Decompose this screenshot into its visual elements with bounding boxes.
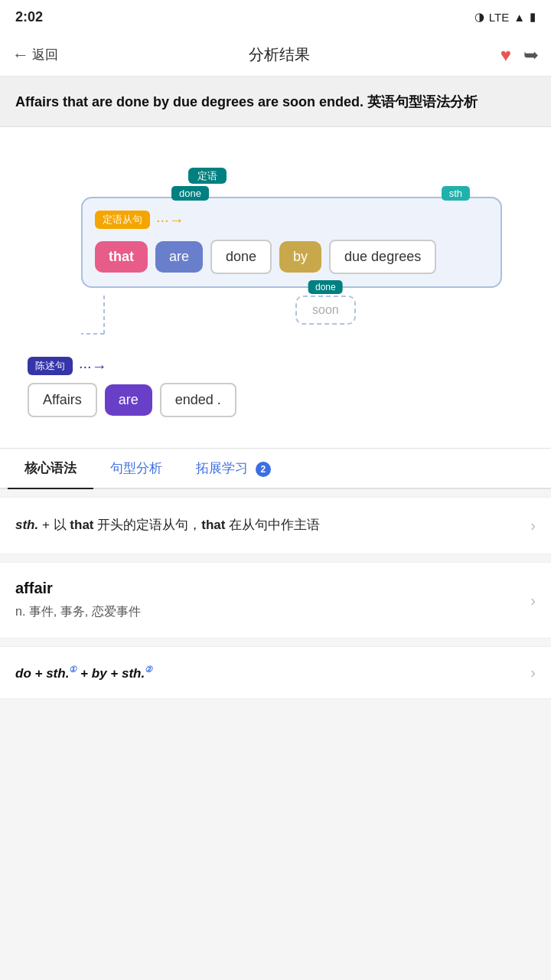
expand-badge: 2 [256,462,271,477]
tab-core-grammar[interactable]: 核心语法 [8,449,93,488]
soon-box: soon [295,296,356,325]
relative-clause-box: done sth 定语从句 ···→ that are done by due … [81,197,502,288]
share-icon[interactable]: ➥ [523,44,539,66]
formula-card-chevron: › [530,664,536,681]
formula-card[interactable]: do + sth.① + by + sth.② › [0,646,551,699]
word-are-rc[interactable]: are [155,241,203,273]
word-by[interactable]: by [279,241,321,273]
word-are-main[interactable]: are [105,384,152,416]
relative-clause-tag: 定语从句 [95,211,150,229]
main-words-row: Affairs are ended . [28,383,531,417]
word-done-rc[interactable]: done [210,240,272,274]
connector-svg [81,296,127,349]
tab-sentence-analysis[interactable]: 句型分析 [93,449,179,488]
top-nav: ← 返回 分析结果 ♥ ➥ [0,34,551,77]
formula-text: do + sth.① + by + sth.② [15,665,152,681]
grammar-card[interactable]: sth. + 以 that 开头的定语从句，that 在从句中作主语 › [0,497,551,554]
back-arrow-icon: ← [12,45,29,65]
grammar-card-text: sth. + 以 that 开头的定语从句，that 在从句中作主语 [15,514,523,537]
word-affairs[interactable]: Affairs [28,383,97,417]
statement-tag: 陈述句 [28,357,73,375]
grammar-card-chevron: › [530,517,536,534]
word-ended[interactable]: ended . [160,383,236,417]
sentence-header: Affairs that are done by due degrees are… [0,77,551,127]
done-label-1: done [171,186,209,201]
status-bar: 2:02 ◑ LTE ▲ ▮ [0,0,551,34]
signal-icon: ▲ [514,11,525,24]
word-card-chevron: › [530,592,536,609]
statement-arrow-icon: ···→ [79,358,107,375]
tabs-bar: 核心语法 句型分析 拓展学习 2 [0,449,551,489]
sth-label: sth [442,186,470,201]
lte-label: LTE [489,11,509,24]
sentence-text: Affairs that are done by due degrees are… [15,92,536,113]
word-card[interactable]: affair n. 事件, 事务, 恋爱事件 › [0,562,551,639]
definitive-label: 定语 [188,168,227,184]
tab-expand-learning[interactable]: 拓展学习 2 [179,449,288,488]
word-that[interactable]: that [95,241,148,273]
battery-icon: ▮ [530,10,536,24]
status-icons: ◑ LTE ▲ ▮ [474,10,536,24]
back-button[interactable]: ← 返回 [12,45,58,65]
status-time: 2:02 [15,9,43,25]
word-due-degrees[interactable]: due degrees [329,240,436,274]
clause-dots-arrow-icon: ···→ [156,211,184,229]
rc-words-row: that are done by due degrees [95,240,488,274]
circle-half-icon: ◑ [474,10,484,24]
diagram-area: 定语 done sth 定语从句 ···→ that are done [0,127,551,449]
page-title: 分析结果 [249,44,310,65]
back-label: 返回 [32,46,58,64]
done-label-2: done [308,280,343,294]
favorite-icon[interactable]: ♥ [500,44,511,66]
word-title: affair [15,580,141,597]
word-meaning: n. 事件, 事务, 恋爱事件 [15,602,141,622]
nav-actions: ♥ ➥ [500,44,539,66]
main-clause-area: 陈述句 ···→ Affairs are ended . [20,357,531,417]
